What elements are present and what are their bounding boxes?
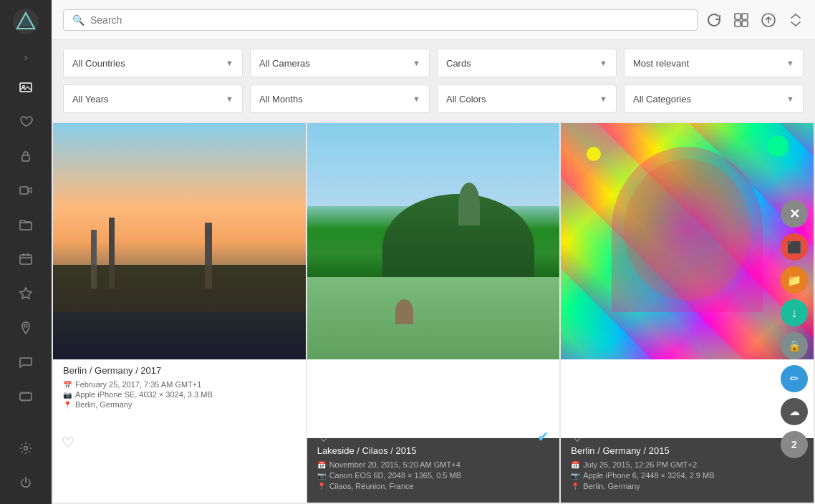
folder-action-button[interactable]: 📁 [781, 266, 808, 294]
action-panel: ✕ ⬛ 📁 ↓ 🔒 ✏ ☁ 2 [781, 200, 808, 458]
badge-number: 2 [791, 439, 797, 450]
calendar-icon: 📅 [571, 461, 579, 469]
svg-rect-12 [742, 14, 748, 19]
location-icon: 📍 [317, 483, 326, 490]
filter-months[interactable]: All Months ▼ [250, 84, 430, 113]
sidebar-bottom [10, 432, 42, 498]
filter-countries[interactable]: All Countries ▼ [63, 49, 243, 77]
chevron-down-icon: ▼ [226, 59, 233, 67]
download-action-button[interactable]: ↓ [781, 299, 808, 326]
sidebar-item-power[interactable] [10, 467, 42, 498]
chevron-down-icon: ▼ [599, 59, 607, 67]
photo-card-1[interactable]: ♡ Berlin / Germany / 2017 📅 February 25,… [53, 123, 306, 503]
svg-rect-13 [735, 21, 741, 26]
camera-icon: 📷 [317, 472, 326, 480]
photo-grid: ♡ Berlin / Germany / 2017 📅 February 25,… [52, 122, 815, 504]
chevron-down-icon: ▼ [786, 59, 794, 67]
svg-rect-9 [20, 393, 32, 400]
refresh-button[interactable] [706, 12, 722, 28]
app-logo[interactable] [10, 6, 42, 37]
sidebar-item-lock[interactable] [10, 140, 42, 172]
svg-rect-6 [20, 187, 28, 194]
sidebar-item-filmstrip[interactable] [10, 381, 42, 412]
photo-info-1: Berlin / Germany / 2017 📅 February 25, 2… [53, 359, 306, 419]
camera-icon: 📷 [63, 391, 72, 399]
svg-rect-7 [20, 255, 32, 264]
lock-action-button[interactable]: 🔒 [781, 332, 808, 359]
chevron-down-icon: ▼ [413, 94, 420, 103]
crop-icon: ⬛ [787, 241, 801, 254]
photo-heart-1[interactable]: ♡ [62, 434, 74, 451]
photo-title-1: Berlin / Germany / 2017 [63, 365, 296, 376]
sidebar: › [0, 0, 52, 504]
svg-rect-14 [742, 21, 748, 26]
search-bar[interactable]: 🔍 [63, 9, 698, 31]
photo-image-3 [561, 123, 814, 359]
svg-point-8 [24, 324, 27, 327]
header: 🔍 [52, 0, 815, 40]
sidebar-item-favorites[interactable] [10, 106, 42, 137]
photo-title-3: Berlin / Germany / 2015 [571, 445, 804, 456]
photo-overlay-2: Lakeside / Cilaos / 2015 📅 November 20, … [307, 438, 560, 503]
edit-icon: ✏ [790, 372, 799, 385]
filter-years[interactable]: All Years ▼ [63, 84, 243, 113]
search-icon: 🔍 [72, 14, 85, 26]
sidebar-item-chat[interactable] [10, 346, 42, 378]
photo-title-2: Lakeside / Cilaos / 2015 [317, 445, 550, 456]
calendar-icon: 📅 [317, 461, 326, 469]
chevron-down-icon: ▼ [226, 94, 233, 103]
lock-icon: 🔒 [788, 339, 801, 352]
upload-button[interactable] [761, 12, 776, 28]
photo-heart-3[interactable]: ♡ [571, 428, 584, 445]
close-icon: ✕ [789, 206, 800, 222]
close-action-button[interactable]: ✕ [781, 200, 808, 228]
sidebar-item-calendar[interactable] [10, 243, 42, 275]
photo-check-2[interactable]: ✔ [537, 428, 549, 445]
chevron-down-icon: ▼ [786, 94, 794, 103]
sidebar-expand[interactable]: › [10, 46, 42, 69]
filter-categories[interactable]: All Categories ▼ [624, 84, 804, 113]
crop-action-button[interactable]: ⬛ [781, 233, 808, 261]
photo-image-1 [53, 123, 306, 359]
svg-point-10 [24, 447, 28, 450]
header-actions [706, 12, 804, 28]
photo-overlay-3: Berlin / Germany / 2015 📅 July 26, 2015,… [561, 438, 814, 503]
filter-colors[interactable]: All Colors ▼ [437, 84, 617, 113]
sidebar-item-folder[interactable] [10, 209, 42, 241]
chevron-down-icon: ▼ [599, 94, 607, 103]
filters: All Countries ▼ All Cameras ▼ Cards ▼ Mo… [52, 40, 815, 122]
photo-card-3[interactable]: ♡ Berlin / Germany / 2015 📅 July 26, 201… [561, 123, 814, 503]
filter-cameras[interactable]: All Cameras ▼ [250, 49, 430, 77]
sidebar-item-photos[interactable] [10, 72, 42, 103]
photo-heart-2[interactable]: ♡ [317, 428, 330, 445]
collapse-button[interactable] [788, 12, 804, 28]
location-icon: 📍 [571, 483, 579, 490]
location-icon: 📍 [63, 401, 72, 409]
svg-rect-3 [20, 83, 32, 92]
sidebar-item-location[interactable] [10, 312, 42, 344]
folder-icon: 📁 [787, 273, 801, 287]
cloud-icon: ☁ [789, 405, 800, 418]
edit-action-button[interactable]: ✏ [781, 365, 808, 392]
svg-rect-5 [22, 155, 29, 161]
main-content: 🔍 All Countries ▼ All Cameras ▼ [52, 0, 815, 504]
photo-image-2 [307, 123, 560, 359]
chevron-down-icon: ▼ [413, 59, 420, 67]
cloud-action-button[interactable]: ☁ [781, 398, 808, 425]
search-input[interactable] [90, 14, 688, 26]
grid-button[interactable] [733, 12, 749, 28]
sidebar-item-star[interactable] [10, 278, 42, 309]
download-icon: ↓ [791, 306, 798, 321]
sidebar-item-video[interactable] [10, 175, 42, 206]
camera-icon: 📷 [571, 472, 579, 480]
filter-relevance[interactable]: Most relevant ▼ [624, 49, 804, 77]
svg-rect-11 [735, 14, 741, 19]
number-badge[interactable]: 2 [781, 431, 808, 458]
photo-card-2[interactable]: ♡ ✔ Lakeside / Cilaos / 2015 📅 November … [307, 123, 560, 503]
calendar-icon: 📅 [63, 381, 72, 389]
filter-cards[interactable]: Cards ▼ [437, 49, 617, 77]
sidebar-item-settings[interactable] [10, 432, 42, 464]
